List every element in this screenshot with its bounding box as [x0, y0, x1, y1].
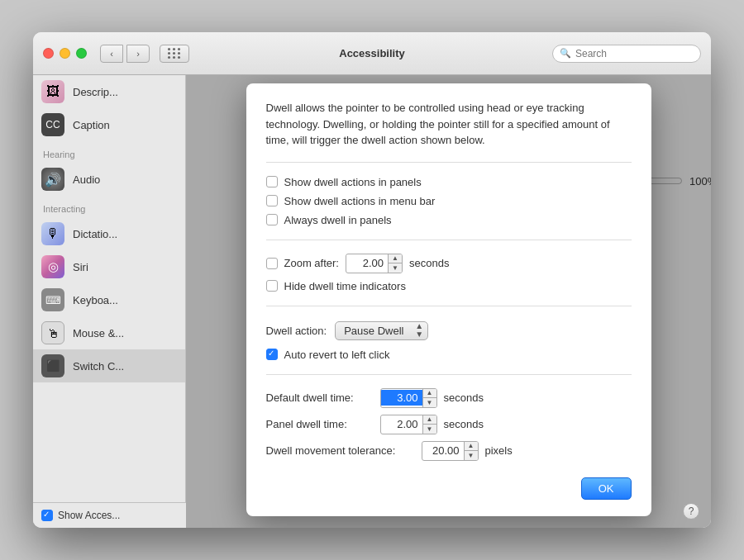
default-dwell-up[interactable]: ▲ [423, 389, 436, 398]
back-button[interactable]: ‹ [100, 45, 123, 63]
maximize-button[interactable] [76, 48, 87, 59]
search-input[interactable] [575, 48, 694, 59]
movement-tolerance-down[interactable]: ▼ [465, 451, 478, 460]
zoom-input-wrap: 2.00 ▲ ▼ [346, 254, 403, 273]
modal-overlay: Dwell allows the pointer to be controlle… [186, 75, 711, 528]
auto-revert-checkbox[interactable] [266, 349, 278, 360]
panel-dwell-up[interactable]: ▲ [423, 415, 436, 425]
sidebar-item-keyboard[interactable]: ⌨ Keyboa... [33, 283, 185, 316]
auto-revert-label: Auto revert to left click [284, 349, 390, 361]
sidebar-item-switch[interactable]: ⬛ Switch C... [33, 349, 185, 382]
show-dwell-panels-row: Show dwell actions in panels [266, 173, 632, 192]
main-window: ‹ › Accessibility 🔍 🖼 Descrip... CC [33, 32, 711, 528]
sidebar-item-display[interactable]: 🖼 Descrip... [33, 75, 185, 108]
main-content: interact itor... itor... nds 100% ions..… [186, 75, 711, 528]
dictation-icon: 🎙 [41, 222, 64, 245]
show-accessibility-checkbox[interactable] [41, 510, 53, 521]
interacting-section-header: Interacting [33, 196, 185, 217]
zoom-value-input[interactable]: 2.00 [346, 255, 388, 271]
sidebar-label-dictation: Dictatio... [73, 228, 117, 240]
siri-icon: ◎ [41, 255, 64, 278]
ok-button[interactable]: OK [581, 477, 632, 500]
divider-3 [266, 306, 632, 306]
window-body: 🖼 Descrip... CC Caption Hearing 🔊 Audio … [33, 75, 711, 528]
movement-tolerance-unit: pixels [485, 444, 513, 457]
default-dwell-label: Default dwell time: [266, 392, 374, 404]
divider-1 [266, 162, 632, 163]
sidebar-label-keyboard: Keyboa... [73, 294, 118, 306]
panel-dwell-unit: seconds [444, 418, 484, 430]
zoom-down-button[interactable]: ▼ [389, 263, 402, 273]
forward-button[interactable]: › [126, 45, 150, 63]
dwell-action-row: Dwell action: Pause Dwell Left Click Rig… [266, 316, 632, 345]
always-dwell-panels-label: Always dwell in panels [284, 214, 392, 226]
default-dwell-spinner: ▲ ▼ [422, 389, 436, 407]
hide-dwell-checkbox[interactable] [266, 280, 278, 292]
help-button[interactable]: ? [683, 503, 699, 520]
default-dwell-input[interactable]: 3.00 [381, 390, 422, 406]
default-dwell-unit: seconds [444, 392, 484, 404]
show-accessibility-label: Show Acces... [58, 510, 120, 521]
dwell-action-label: Dwell action: [266, 325, 327, 337]
zoom-label: Zoom after: [284, 257, 339, 269]
always-dwell-panels-row: Always dwell in panels [266, 211, 632, 230]
help-button-wrap: ? [683, 503, 699, 520]
sidebar: 🖼 Descrip... CC Caption Hearing 🔊 Audio … [33, 75, 186, 528]
hide-dwell-label: Hide dwell time indicators [284, 280, 406, 292]
switch-icon: ⬛ [41, 354, 64, 377]
always-dwell-panels-checkbox[interactable] [266, 214, 278, 225]
show-dwell-menubar-checkbox[interactable] [266, 195, 278, 206]
panel-dwell-input-wrap: 2.00 ▲ ▼ [380, 415, 437, 434]
sidebar-label-captions: Caption [73, 119, 110, 131]
sidebar-item-audio[interactable]: 🔊 Audio [33, 163, 185, 196]
show-accessibility-bar: Show Acces... [33, 502, 186, 528]
panel-dwell-down[interactable]: ▼ [423, 425, 436, 434]
divider-2 [266, 240, 632, 240]
dwell-modal: Dwell allows the pointer to be controlle… [246, 83, 651, 516]
sidebar-item-siri[interactable]: ◎ Siri [33, 250, 185, 283]
window-title: Accessibility [339, 47, 405, 59]
grid-view-button[interactable] [160, 45, 189, 63]
panel-dwell-input[interactable]: 2.00 [381, 416, 422, 432]
movement-tolerance-input[interactable]: 20.00 [422, 443, 464, 458]
show-dwell-panels-label: Show dwell actions in panels [284, 176, 422, 188]
movement-tolerance-up[interactable]: ▲ [465, 442, 478, 451]
default-dwell-down[interactable]: ▼ [423, 398, 436, 407]
movement-tolerance-spinner: ▲ ▼ [464, 442, 478, 460]
nav-buttons: ‹ › [100, 45, 150, 63]
zoom-up-button[interactable]: ▲ [389, 254, 402, 263]
panel-dwell-label: Panel dwell time: [266, 418, 374, 430]
sidebar-item-mouse[interactable]: 🖱 Mouse &... [33, 316, 185, 349]
movement-tolerance-label: Dwell movement tolerance: [266, 444, 415, 457]
panel-dwell-spinner: ▲ ▼ [422, 415, 436, 434]
search-icon: 🔍 [560, 48, 571, 59]
sidebar-item-captions[interactable]: CC Caption [33, 108, 185, 141]
zoom-row: Zoom after: 2.00 ▲ ▼ seconds [266, 250, 632, 277]
search-bar[interactable]: 🔍 [552, 45, 701, 63]
zoom-spinner: ▲ ▼ [388, 254, 402, 273]
close-button[interactable] [43, 48, 54, 59]
dwell-action-select-wrap: Pause Dwell Left Click Right Click Doubl… [335, 321, 428, 340]
modal-footer: OK [266, 477, 632, 500]
sidebar-label-mouse: Mouse &... [73, 327, 124, 339]
divider-4 [266, 374, 632, 375]
mouse-icon: 🖱 [41, 321, 64, 344]
audio-icon: 🔊 [41, 168, 64, 191]
minimize-button[interactable] [60, 48, 70, 59]
sidebar-label-audio: Audio [73, 173, 100, 186]
show-dwell-panels-checkbox[interactable] [266, 176, 278, 187]
traffic-lights [43, 48, 87, 59]
titlebar: ‹ › Accessibility 🔍 [33, 32, 711, 75]
dwell-action-select[interactable]: Pause Dwell Left Click Right Click Doubl… [335, 321, 428, 340]
default-dwell-row: Default dwell time: 3.00 ▲ ▼ seconds [266, 385, 632, 411]
description-icon: 🖼 [41, 80, 64, 103]
auto-revert-row: Auto revert to left click [266, 345, 632, 364]
sidebar-label-switch: Switch C... [73, 360, 124, 373]
grid-dots-icon [168, 48, 181, 59]
sidebar-item-dictation[interactable]: 🎙 Dictatio... [33, 217, 185, 250]
hide-dwell-row: Hide dwell time indicators [266, 277, 632, 296]
zoom-unit: seconds [409, 257, 449, 269]
default-dwell-input-wrap: 3.00 ▲ ▼ [380, 388, 437, 408]
zoom-checkbox[interactable] [266, 258, 278, 269]
show-dwell-menubar-label: Show dwell actions in menu bar [284, 195, 436, 207]
